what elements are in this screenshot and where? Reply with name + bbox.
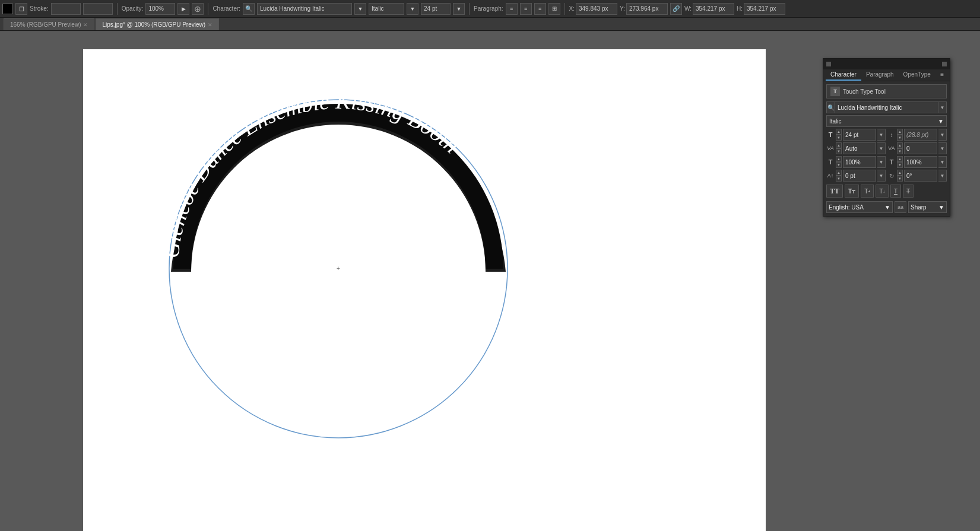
size-cell: T ▲ ▼ 24 pt ▼ [826, 129, 886, 141]
x-label: X: [569, 5, 575, 12]
font-name-toolbar[interactable]: Lucida Handwriting Italic [257, 3, 352, 15]
language-field[interactable]: English: USA ▼ [826, 201, 893, 213]
tracking-spinner[interactable]: ▲ ▼ [897, 142, 903, 154]
kerning-icon: VA [826, 144, 835, 152]
align-center-icon[interactable]: ≡ [520, 3, 532, 15]
y-value[interactable]: 273.964 px [626, 3, 668, 15]
size-arrow[interactable]: ▼ [877, 129, 886, 141]
tab-close-2[interactable]: ✕ [208, 22, 213, 28]
baseline-spinner[interactable]: ▲ ▼ [836, 170, 842, 182]
size-spinner[interactable]: ▲ ▼ [836, 129, 842, 141]
baseline-down[interactable]: ▼ [836, 176, 842, 182]
opacity-arrow[interactable]: ▶ [177, 3, 189, 15]
scale-h-arrow[interactable]: ▼ [877, 156, 886, 168]
tt-under-btn[interactable]: T [890, 185, 901, 198]
size-spin-down[interactable]: ▼ [836, 135, 842, 141]
tt-sup-btn[interactable]: T+ [861, 185, 874, 198]
rotation-up[interactable]: ▲ [897, 170, 903, 176]
x-value[interactable]: 349.843 px [576, 3, 617, 15]
baseline-field[interactable]: 0 pt [843, 170, 876, 182]
scale-h-spinner[interactable]: ▲ ▼ [836, 156, 842, 168]
baseline-up[interactable]: ▲ [836, 170, 842, 176]
tt-bold-btn[interactable]: TT [826, 185, 843, 198]
font-size-arrow[interactable]: ▼ [453, 3, 465, 15]
h-value[interactable]: 354.217 px [744, 3, 785, 15]
panel-expand-btn[interactable] [942, 62, 947, 66]
leading-icon: ↕ [887, 131, 896, 139]
font-name-dropdown[interactable]: ▼ [938, 101, 947, 113]
leading-spin-down[interactable]: ▼ [897, 135, 903, 141]
kerning-spin-up[interactable]: ▲ [836, 142, 842, 148]
baseline-rotation-row: A↑ ▲ ▼ 0 pt ▼ ↻ ▲ ▼ 0° ▼ [826, 170, 947, 182]
canvas-svg: Glencoe Dance Ensemble Kissing Booth + [160, 73, 516, 488]
touch-type-tool-btn[interactable]: T Touch Type Tool [826, 84, 947, 98]
tab-paragraph[interactable]: Paragraph [861, 69, 899, 81]
scale-v-field[interactable]: 100% [904, 156, 937, 168]
font-style-toolbar[interactable]: Italic [369, 3, 404, 15]
rotation-down[interactable]: ▼ [897, 176, 903, 182]
tab-preview-2[interactable]: Lips.jpg* @ 100% (RGB/GPU Preview) ✕ [96, 18, 219, 30]
tt-italic-btn[interactable]: Tᴛ [845, 185, 859, 198]
kerning-spinner[interactable]: ▲ ▼ [836, 142, 842, 154]
scale-v-up[interactable]: ▲ [897, 156, 903, 162]
rotation-arrow[interactable]: ▼ [938, 170, 947, 182]
opacity-value[interactable]: 100% [145, 3, 175, 15]
w-value[interactable]: 354.217 px [693, 3, 734, 15]
stroke-type[interactable] [83, 3, 113, 15]
fill-color-swatch[interactable] [2, 4, 13, 14]
align-right-icon[interactable]: ≡ [534, 3, 546, 15]
scale-h-field[interactable]: 100% [843, 156, 876, 168]
center-cross: + [337, 265, 340, 272]
tracking-field[interactable]: 0 [904, 142, 937, 154]
tt-strike-btn[interactable]: T [903, 185, 914, 198]
panel-close-btn[interactable] [826, 62, 831, 66]
stroke-value[interactable] [51, 3, 81, 15]
font-style-row: Italic ▼ [826, 115, 947, 127]
baseline-arrow[interactable]: ▼ [877, 170, 886, 182]
leading-arrow[interactable]: ▼ [938, 129, 947, 141]
antialiasing-field[interactable]: Sharp ▼ [908, 201, 947, 213]
scale-v-spinner[interactable]: ▲ ▼ [897, 156, 903, 168]
y-coord-field: Y: 273.964 px [620, 3, 668, 15]
tracking-arrow[interactable]: ▼ [938, 142, 947, 154]
kerning-spin-down[interactable]: ▼ [836, 148, 842, 154]
grid-icon[interactable]: ⊞ [548, 3, 560, 15]
tracking-spin-down[interactable]: ▼ [897, 148, 903, 154]
mode-icon[interactable]: ⊕ [192, 3, 204, 15]
panel-menu-btn[interactable]: ≡ [937, 69, 947, 81]
font-name-arrow[interactable]: ▼ [354, 3, 366, 15]
divider-1 [117, 3, 118, 15]
h-coord-field: H: 354.217 px [737, 3, 785, 15]
font-style-value: Italic [829, 118, 842, 125]
rotation-field[interactable]: 0° [904, 170, 937, 182]
size-field[interactable]: 24 pt [843, 129, 876, 141]
scale-h-down[interactable]: ▼ [836, 162, 842, 168]
font-size-toolbar[interactable]: 24 pt [421, 3, 451, 15]
kerning-arrow[interactable]: ▼ [877, 142, 886, 154]
leading-spin-up[interactable]: ▲ [897, 129, 903, 135]
font-style-arrow[interactable]: ▼ [407, 3, 418, 15]
align-left-icon[interactable]: ≡ [506, 3, 518, 15]
leading-field[interactable]: (28.8 pt) [904, 129, 937, 141]
panel-body: T Touch Type Tool 🔍 Lucida Handwriting I… [823, 81, 950, 216]
svg-text:Glencoe Dance Ensemble Kissing: Glencoe Dance Ensemble Kissing Booth [160, 88, 464, 259]
size-spin-up[interactable]: ▲ [836, 129, 842, 135]
link-icon[interactable]: 🔗 [670, 3, 682, 15]
tab-character[interactable]: Character [826, 69, 861, 81]
tab-close-1[interactable]: ✕ [83, 22, 88, 28]
panel-tabs: Character Paragraph OpenType ≡ [823, 69, 950, 81]
scale-v-arrow[interactable]: ▼ [938, 156, 947, 168]
leading-spinner[interactable]: ▲ ▼ [897, 129, 903, 141]
size-icon: T [826, 131, 835, 139]
font-name-field[interactable]: Lucida Handwriting Italic [835, 101, 938, 113]
rotation-cell: ↻ ▲ ▼ 0° ▼ [887, 170, 947, 182]
tracking-spin-up[interactable]: ▲ [897, 142, 903, 148]
tab-preview-1[interactable]: 166% (RGB/GPU Preview) ✕ [4, 18, 94, 30]
scale-v-down[interactable]: ▼ [897, 162, 903, 168]
font-style-field[interactable]: Italic ▼ [826, 115, 947, 127]
scale-h-up[interactable]: ▲ [836, 156, 842, 162]
tab-opentype[interactable]: OpenType [899, 69, 935, 81]
rotation-spinner[interactable]: ▲ ▼ [897, 170, 903, 182]
tt-sub-btn[interactable]: T↓ [876, 185, 889, 198]
kerning-field[interactable]: Auto [843, 142, 876, 154]
